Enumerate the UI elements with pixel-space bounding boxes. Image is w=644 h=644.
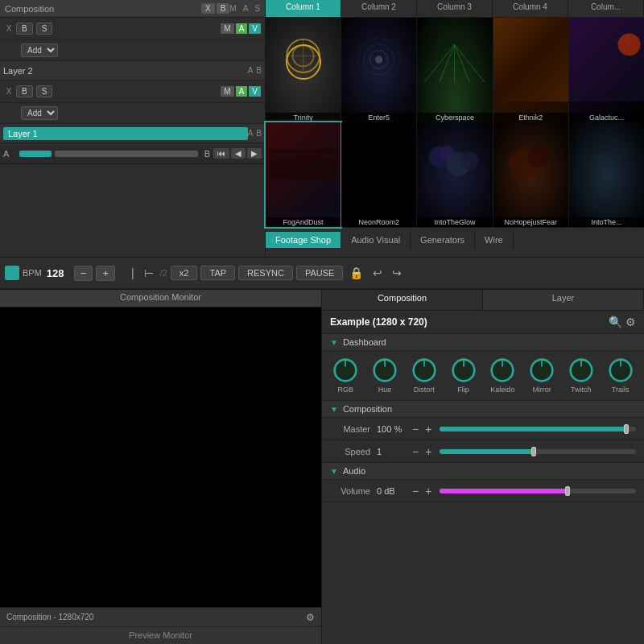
bpm-redo-button[interactable]: ↪ [389,265,405,281]
b-button[interactable]: B [217,3,230,14]
layer1-m-button[interactable]: M [221,86,233,97]
props-tab-layer[interactable]: Layer [483,290,644,310]
layer1-a-button[interactable]: A [236,86,248,97]
knob-distort[interactable] [411,357,437,383]
knob-flip[interactable] [451,357,477,383]
knob-item-mirror[interactable]: Mirror [523,357,561,394]
timeline-a-label: A [3,149,19,159]
props-search-button[interactable]: 🔍 [609,316,622,328]
media-item-galactic[interactable]: Galactuc... [569,18,644,122]
column3-header[interactable]: Column 3 [417,0,493,17]
layer1-b-button[interactable]: B [16,85,33,97]
bpm-resync-button[interactable]: RESYNC [238,266,293,280]
comp-monitor-settings-icon[interactable]: ⚙ [306,612,315,623]
media-item-intothec[interactable]: IntoThe... [569,122,644,227]
column5-header[interactable]: Colum... [568,0,644,17]
master-param-label: Master [330,424,370,434]
knob-twitch[interactable] [568,357,594,383]
layer2-add-row: Add [0,40,265,61]
close-button[interactable]: X [201,3,215,14]
volume-slider[interactable] [440,489,636,493]
bpm-tap-button[interactable]: TAP [200,266,235,280]
timeline-back-button[interactable]: ⏮ [213,148,229,159]
dashboard-section-title: Dashboard [343,337,386,347]
media-item-fogdust[interactable]: FogAndDust [266,122,341,227]
s-label: S [254,4,260,13]
volume-minus-button[interactable]: − [409,485,422,497]
column4-header[interactable]: Column 4 [493,0,568,17]
column2-header[interactable]: Column 2 [341,0,417,17]
layer2-x-button[interactable]: X [3,24,14,33]
timeline-prev-button[interactable]: ◀ [231,148,246,159]
knob-item-hue[interactable]: Hue [366,357,404,394]
bpm-pause-button[interactable]: PAUSE [296,266,343,280]
composition-section-header[interactable]: ▼ Composition [322,401,644,418]
media-grid-row1: Trinity Enter5 [266,18,644,122]
knob-item-distort[interactable]: Distort [406,357,444,394]
knob-rgb[interactable] [332,357,358,383]
layer1-add-dropdown[interactable]: Add [21,106,58,120]
knob-distort-label: Distort [414,386,435,394]
media-item-intotheglow[interactable]: IntoTheGlow [417,122,492,227]
knob-item-trails[interactable]: Trails [601,357,639,394]
media-item-enter5[interactable]: Enter5 [341,18,416,122]
tab-wire[interactable]: Wire [475,232,514,248]
layer1-v-button[interactable]: V [249,86,261,97]
column1-header[interactable]: Column 1 [266,0,341,17]
bpm-lock-button[interactable]: 🔒 [346,265,366,281]
layer2-v-button[interactable]: V [249,23,261,34]
props-tab-composition[interactable]: Composition [322,290,483,310]
timeline-cyan-bar [19,151,52,157]
props-settings-button[interactable]: ⚙ [625,316,636,328]
master-plus-button[interactable]: + [422,423,435,436]
comp-monitor-footer-label: Composition - 1280x720 [6,613,93,621]
layer2-m-button[interactable]: M [221,23,233,34]
knob-trails[interactable] [608,357,634,383]
bpm-plus-button[interactable]: + [96,266,115,281]
bpm-x2-button[interactable]: x2 [171,266,198,280]
bpm-undo-button[interactable]: ↩ [369,265,386,281]
layer1-a-label: A [248,129,254,138]
layer1-x-button[interactable]: X [3,87,14,96]
master-slider[interactable] [440,427,636,431]
media-item-ethnik2[interactable]: Ethnik2 [493,18,568,122]
layer1-s-button[interactable]: S [36,85,53,97]
knob-item-kaleido[interactable]: Kaleido [484,357,522,394]
knob-hue[interactable] [372,357,398,383]
bpm-minus-button[interactable]: − [74,266,93,281]
dashboard-section-header[interactable]: ▼ Dashboard [322,334,644,351]
speed-plus-button[interactable]: + [422,445,435,458]
bpm-cursor-button[interactable]: | [128,265,138,281]
knob-mirror[interactable] [529,357,555,383]
media-item-trinity[interactable]: Trinity [266,18,341,122]
props-title: Example (1280 x 720) [330,316,605,328]
a-label: A [243,4,249,13]
layer2-b-button[interactable]: B [16,23,33,35]
media-item-nohope[interactable]: NoHopejustFear [493,122,568,227]
tab-footage-shop[interactable]: Footage Shop [266,232,341,248]
knob-item-flip[interactable]: Flip [444,357,482,394]
bpm-label: BPM [23,268,42,278]
media-item-cyberspace[interactable]: Cyberspace [417,18,492,122]
knob-item-rgb[interactable]: RGB [327,357,365,394]
speed-slider[interactable] [440,449,636,454]
knob-kaleido[interactable] [489,357,515,383]
layer2-add-dropdown[interactable]: Add [21,43,58,57]
tab-generators[interactable]: Generators [411,232,475,248]
bpm-color-indicator [5,266,19,280]
knob-item-twitch[interactable]: Twitch [563,357,601,394]
speed-minus-button[interactable]: − [409,445,422,458]
speed-param-row: Speed 1 − + [322,440,644,463]
audio-section-header[interactable]: ▼ Audio [322,463,644,480]
master-minus-button[interactable]: − [409,423,422,436]
layer2-a-button[interactable]: A [236,23,248,34]
timeline-controls: ⏮ ◀ ▶ [213,148,262,159]
bpm-marker-button[interactable]: ⊢ [141,265,157,281]
timeline-fwd-button[interactable]: ▶ [247,148,262,159]
volume-plus-button[interactable]: + [422,485,435,497]
tab-audio-visual[interactable]: Audio Visual [341,232,411,248]
layer2-s-button[interactable]: S [36,23,53,35]
svg-point-13 [617,33,640,56]
master-param-value: 100 % [377,424,409,434]
media-item-neonroom2[interactable]: NeonRoom2 [341,122,416,227]
